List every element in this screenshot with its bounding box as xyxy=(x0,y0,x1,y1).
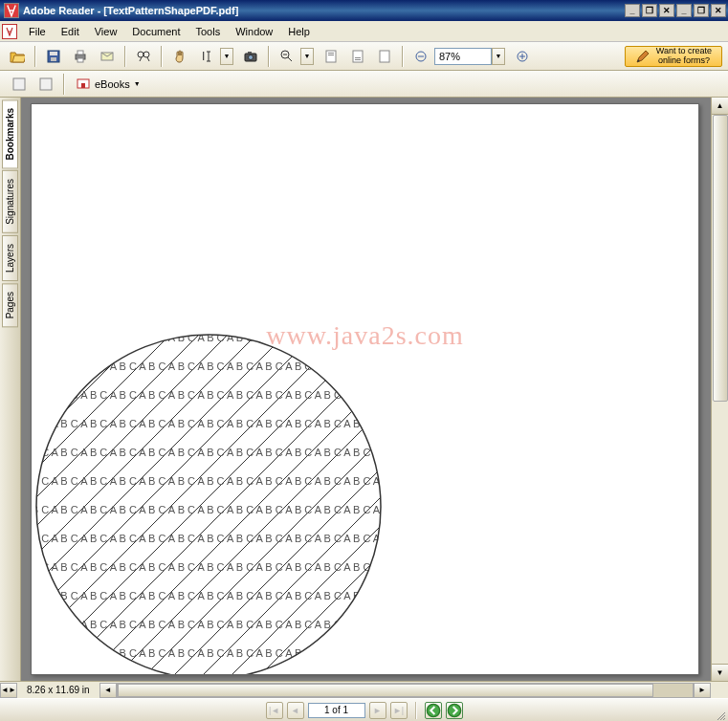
svg-text:A B C A B C A B C A B C A B C : A B C A B C A B C A B C A B C A B C A B … xyxy=(32,389,386,401)
print-button[interactable] xyxy=(69,45,92,68)
page-nav-bar: |◄ ◄ ► ►| xyxy=(0,698,728,721)
menu-view[interactable]: View xyxy=(87,24,125,39)
svg-rect-2 xyxy=(51,57,56,61)
hscroll-right-button[interactable]: ► xyxy=(694,683,711,698)
open-button[interactable] xyxy=(6,45,29,68)
document-viewport[interactable]: www.java2s.com A B C A B C A B C A B C A… xyxy=(21,98,728,681)
svg-point-43 xyxy=(448,704,460,716)
restore-button[interactable]: ❐ xyxy=(642,4,657,17)
separator xyxy=(161,46,163,67)
separator xyxy=(415,702,417,719)
zoom-minus-button[interactable] xyxy=(409,45,432,68)
svg-rect-12 xyxy=(248,52,252,54)
svg-point-7 xyxy=(138,52,143,57)
svg-rect-23 xyxy=(13,78,25,90)
separator xyxy=(268,46,270,67)
child-minimize-button[interactable]: _ xyxy=(676,4,692,17)
menu-bar: File Edit View Document Tools Window Hel… xyxy=(0,21,728,42)
app-icon xyxy=(4,3,19,18)
svg-rect-19 xyxy=(355,59,361,60)
svg-point-11 xyxy=(249,55,254,59)
fit-page-button[interactable] xyxy=(373,45,396,68)
resize-grip[interactable] xyxy=(715,708,726,719)
forms-label-2: online forms? xyxy=(656,56,712,66)
hscroll-thumb[interactable] xyxy=(118,684,653,697)
menu-tools[interactable]: Tools xyxy=(188,24,229,39)
prev-page-button[interactable] xyxy=(320,45,342,68)
vertical-scrollbar[interactable]: ▲ ▼ xyxy=(711,98,728,681)
prev-page-nav-button[interactable]: ◄ xyxy=(287,702,304,719)
pattern-circle: A B C A B C A B C A B C A B C A B C A B … xyxy=(32,330,386,675)
sidebar-tab-layers[interactable]: Layers xyxy=(2,235,18,281)
svg-text:A B C A B C A B C A B C A B C : A B C A B C A B C A B C A B C A B C A B … xyxy=(32,561,386,573)
child-restore-button[interactable]: ❐ xyxy=(694,4,709,17)
svg-text:A B C A B C A B C A B C A B C : A B C A B C A B C A B C A B C A B C A B … xyxy=(32,475,386,487)
close-button[interactable]: ✕ xyxy=(659,4,674,17)
zoom-dropdown[interactable]: ▼ xyxy=(300,48,314,65)
svg-text:A B C A B C A B C A B C A B C : A B C A B C A B C A B C A B C A B C A B … xyxy=(32,332,386,343)
svg-text:A B C A B C A B C A B C A B C : A B C A B C A B C A B C A B C A B C A B … xyxy=(32,447,386,458)
first-page-button[interactable]: |◄ xyxy=(266,702,283,719)
scroll-up-button[interactable]: ▲ xyxy=(712,98,728,115)
svg-point-8 xyxy=(143,52,149,57)
sidebar-tab-signatures[interactable]: Signatures xyxy=(2,170,18,233)
menu-edit[interactable]: Edit xyxy=(54,24,87,39)
minimize-button[interactable]: _ xyxy=(625,4,640,17)
next-page-button[interactable] xyxy=(346,45,369,68)
forward-button[interactable] xyxy=(446,702,463,719)
save-button[interactable] xyxy=(42,45,65,68)
ebooks-label: eBooks xyxy=(95,78,130,90)
svg-rect-20 xyxy=(380,51,389,62)
page-number-input[interactable] xyxy=(308,703,365,718)
menu-help[interactable]: Help xyxy=(280,24,318,39)
horizontal-scrollbar[interactable] xyxy=(117,683,694,698)
svg-rect-14 xyxy=(326,51,336,62)
sidebar-tab-pages[interactable]: Pages xyxy=(2,283,18,327)
svg-text:A B C A B C A B C A B C A B C : A B C A B C A B C A B C A B C A B C A B … xyxy=(32,533,386,544)
svg-text:A B C A B C A B C A B C A B C : A B C A B C A B C A B C A B C A B C A B … xyxy=(32,647,386,659)
svg-text:A B C A B C A B C A B C A B C : A B C A B C A B C A B C A B C A B C A B … xyxy=(32,590,386,601)
search-button[interactable] xyxy=(132,45,155,68)
window-title: Adobe Reader - [TextPatternShapePDF.pdf] xyxy=(23,5,238,16)
window-buttons: _ ❐ ✕ _ ❐ ✕ xyxy=(625,4,728,17)
text-select-button[interactable]: I xyxy=(195,45,218,68)
select-dropdown[interactable]: ▼ xyxy=(220,48,233,65)
zoom-preset-dropdown[interactable]: ▼ xyxy=(492,48,505,65)
scroll-thumb[interactable] xyxy=(713,115,728,402)
menu-file[interactable]: File xyxy=(21,24,54,39)
how-to-alt-button[interactable] xyxy=(34,73,57,96)
svg-rect-16 xyxy=(328,55,334,55)
separator xyxy=(63,74,65,95)
svg-text:A B C A B C A B C A B C A B C : A B C A B C A B C A B C A B C A B C A B … xyxy=(32,504,386,515)
svg-text:A B C A B C A B C A B C A B C : A B C A B C A B C A B C A B C A B C A B … xyxy=(32,360,386,372)
secondary-toolbar: eBooks ▼ xyxy=(0,71,728,98)
hand-tool-button[interactable] xyxy=(168,45,191,68)
zoom-out-button[interactable] xyxy=(276,45,298,68)
svg-rect-17 xyxy=(353,51,363,62)
how-to-button[interactable] xyxy=(8,73,31,96)
next-page-nav-button[interactable]: ► xyxy=(369,702,386,719)
menu-document[interactable]: Document xyxy=(124,24,188,39)
ebooks-button[interactable]: eBooks ▼ xyxy=(69,74,147,95)
hscroll-left-button[interactable]: ◄ xyxy=(99,683,117,698)
zoom-input[interactable] xyxy=(434,48,492,65)
sidebar-tab-bookmarks[interactable]: Bookmarks xyxy=(2,99,18,168)
snapshot-button[interactable] xyxy=(239,45,262,68)
hscroll-collapse-button[interactable]: ◄► xyxy=(0,683,17,698)
page-size-label: 8.26 x 11.69 in xyxy=(17,685,99,695)
create-forms-button[interactable]: Want to create online forms? xyxy=(625,46,722,67)
last-page-button[interactable]: ►| xyxy=(390,702,408,719)
title-bar: Adobe Reader - [TextPatternShapePDF.pdf]… xyxy=(0,0,728,21)
chevron-down-icon: ▼ xyxy=(134,80,141,87)
svg-point-42 xyxy=(427,704,439,716)
svg-rect-4 xyxy=(77,51,83,55)
back-button[interactable] xyxy=(425,702,442,719)
nav-sidebar: Bookmarks Signatures Layers Pages xyxy=(0,98,21,681)
svg-text:A B C A B C A B C A B C A B C : A B C A B C A B C A B C A B C A B C A B … xyxy=(32,619,386,630)
scroll-down-button[interactable]: ▼ xyxy=(712,664,728,681)
zoom-plus-button[interactable] xyxy=(511,45,534,68)
child-close-button[interactable]: ✕ xyxy=(711,4,726,17)
menu-window[interactable]: Window xyxy=(228,24,280,39)
svg-text:I: I xyxy=(202,50,205,63)
email-button[interactable] xyxy=(96,45,119,68)
